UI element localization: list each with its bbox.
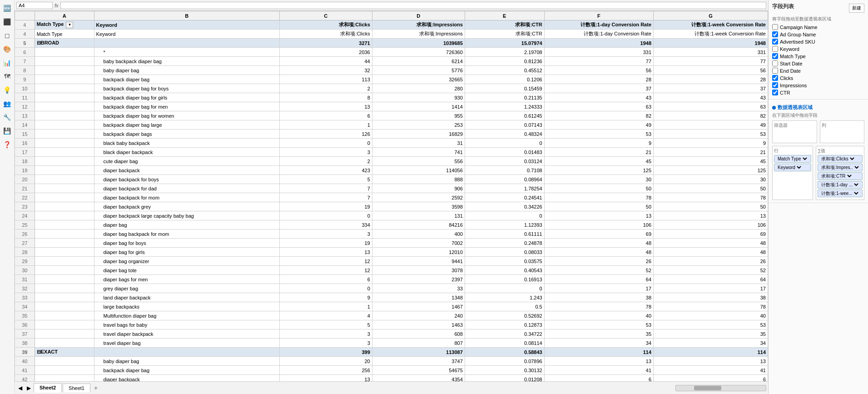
cell-b-20: diaper backpack for boys [94, 175, 279, 184]
nav-icon-11[interactable]: ❓ [1, 138, 14, 151]
cell-b-19: diaper backpack [94, 166, 279, 175]
pivot-row-tag[interactable]: Match Type [774, 155, 811, 163]
pivot-value-tag[interactable]: 计数项:1-day ... [818, 181, 863, 189]
row-num: 16 [15, 139, 35, 148]
field-checkbox[interactable] [772, 31, 778, 37]
nav-icon-6[interactable]: 🗺 [1, 70, 14, 83]
field-item[interactable]: Keyword [772, 46, 864, 52]
pivot-value-select[interactable]: 求和项:Clicks [819, 156, 856, 162]
nav-icon-1[interactable]: 🆕 [1, 2, 14, 15]
row-num: 14 [15, 120, 35, 130]
field-item[interactable]: Advertised SKU [772, 39, 864, 45]
row-num: 41 [15, 366, 35, 375]
nav-icon-9[interactable]: 🔧 [1, 111, 14, 124]
row-num: 30 [15, 266, 35, 275]
row-num: 26 [15, 229, 35, 239]
pivot-value-select[interactable]: 计数项:1-wee... [819, 190, 860, 196]
nav-icon-10[interactable]: 💾 [1, 125, 14, 137]
row-num: 9 [15, 75, 35, 84]
field-item[interactable]: Ad Group Name [772, 31, 864, 37]
nav-icon-5[interactable]: 📊 [1, 56, 14, 69]
filter-btn-a[interactable]: ▼ [66, 22, 73, 28]
field-item[interactable]: Match Type [772, 53, 864, 59]
field-checkbox[interactable] [772, 39, 778, 45]
nav-prev-btn[interactable]: ◀ [16, 385, 24, 391]
pivot-row-tag[interactable]: Keyword [774, 164, 811, 171]
pivot-value-select[interactable]: 求和项:Impres... [819, 165, 860, 170]
pivot-row-select[interactable]: Keyword [776, 165, 803, 170]
pivot-value-box[interactable]: ∑值 求和项:Clicks求和项:Impres...求和项:CTR计数项:1-d… [816, 146, 864, 200]
formula-fx: fx [55, 3, 59, 8]
field-checkbox[interactable] [772, 75, 778, 81]
table-row: 38travel diaper bag38070.081143434 [15, 339, 768, 348]
field-item[interactable]: CTR [772, 90, 864, 95]
table-row: 29diaper bag organizer1294410.035752626 [15, 257, 768, 266]
pivot-row-select[interactable]: Match Type [776, 156, 808, 162]
cell-e-37: 0.34722 [465, 329, 544, 339]
field-checkbox[interactable] [772, 90, 778, 95]
cell-g-30: 52 [654, 266, 768, 275]
tab-sheet1[interactable]: Sheet1 [63, 384, 90, 392]
pivot-value-tag[interactable]: 计数项:1-wee... [818, 190, 863, 197]
formula-input[interactable] [60, 2, 766, 9]
cell-e-5: 15.07974 [465, 39, 544, 48]
cell-d-18: 556 [372, 157, 465, 166]
pivot-value-tag[interactable]: 求和项:Clicks [818, 155, 863, 163]
cell-f-40: 13 [544, 357, 653, 366]
tab-sheet2[interactable]: Sheet2 [34, 383, 62, 393]
field-checkbox[interactable] [772, 24, 778, 30]
cell-e-10: 0.15459 [465, 84, 544, 93]
bottom-tab-bar: ◀ ▶ Sheet2 Sheet1 ＋ [15, 381, 768, 394]
cell-c-10: 2 [279, 84, 372, 93]
cell-g-15: 53 [654, 130, 768, 139]
field-item[interactable]: Impressions [772, 82, 864, 88]
nav-icon-8[interactable]: 👥 [1, 97, 14, 110]
field-checkbox[interactable] [772, 68, 778, 74]
pivot-value-select[interactable]: 计数项:1-day ... [819, 182, 860, 188]
cell-a-19 [35, 166, 94, 175]
field-label: CTR [780, 90, 790, 95]
table-row: 32grey diaper bag03301717 [15, 284, 768, 293]
cell-c-40: 20 [279, 357, 372, 366]
nav-icon-7[interactable]: 💡 [1, 84, 14, 96]
filter-label: 筛选器 [774, 122, 815, 129]
add-sheet-btn[interactable]: ＋ [91, 384, 100, 393]
cell-b-15: backpack diaper bags [94, 130, 279, 139]
h-scrollbar[interactable] [675, 385, 766, 391]
nav-icon-3[interactable]: ◻ [1, 29, 14, 42]
cell-c-16: 0 [279, 139, 372, 148]
col-f-header: F [544, 11, 653, 20]
nav-next-btn[interactable]: ▶ [25, 385, 33, 391]
nav-icon-4[interactable]: 🎨 [1, 43, 14, 55]
cell-b-39 [94, 348, 279, 357]
cell-a-10 [35, 84, 94, 93]
table-scroll-area[interactable]: A B C D E F G 4 Match Type ▼ [15, 11, 768, 381]
cell-e-27: 0.24878 [465, 239, 544, 248]
field-checkbox[interactable] [772, 60, 778, 66]
pivot-row-box[interactable]: 行 Match TypeKeyword [772, 146, 813, 200]
cell-d-36: 1463 [372, 320, 465, 329]
field-item[interactable]: Start Date [772, 60, 864, 66]
cell-g-6: 331 [654, 48, 768, 57]
cell-c-24: 0 [279, 211, 372, 220]
field-checkbox[interactable] [772, 46, 778, 52]
field-item[interactable]: Campaign Name [772, 24, 864, 30]
field-item[interactable]: Clicks [772, 75, 864, 81]
cell-d-16: 31 [372, 139, 465, 148]
cell-c-25: 334 [279, 220, 372, 229]
name-box[interactable] [16, 2, 53, 9]
field-checkbox[interactable] [772, 53, 778, 59]
cell-d-41: 54675 [372, 366, 465, 375]
cell-d-38: 807 [372, 339, 465, 348]
field-item[interactable]: End Date [772, 68, 864, 74]
field-checkbox[interactable] [772, 82, 778, 88]
cell-f-26: 69 [544, 229, 653, 239]
new-btn[interactable]: 新建 [849, 4, 864, 13]
cell-c-32: 0 [279, 284, 372, 293]
pivot-value-tag[interactable]: 求和项:Impres... [818, 164, 863, 171]
nav-icon-2[interactable]: ⬛ [1, 15, 14, 28]
table-row: 19diaper backpack4231140560.7108125125 [15, 166, 768, 175]
cell-e-38: 0.08114 [465, 339, 544, 348]
pivot-value-select[interactable]: 求和项:CTR [819, 173, 853, 179]
pivot-value-tag[interactable]: 求和项:CTR [818, 172, 863, 180]
